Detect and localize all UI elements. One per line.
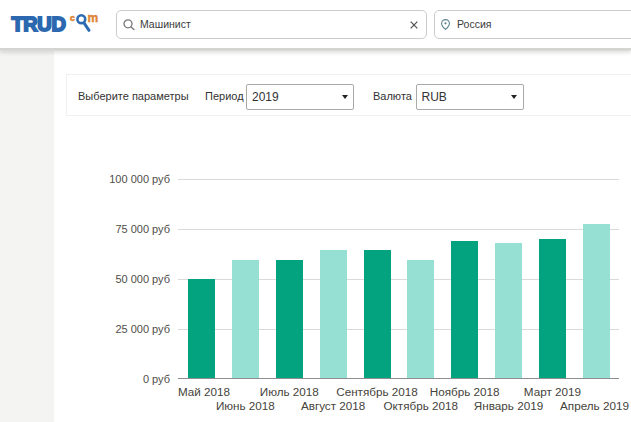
svg-text:c: c (70, 13, 75, 23)
svg-text:TRUD: TRUD (11, 13, 65, 35)
svg-text:m: m (88, 11, 99, 25)
